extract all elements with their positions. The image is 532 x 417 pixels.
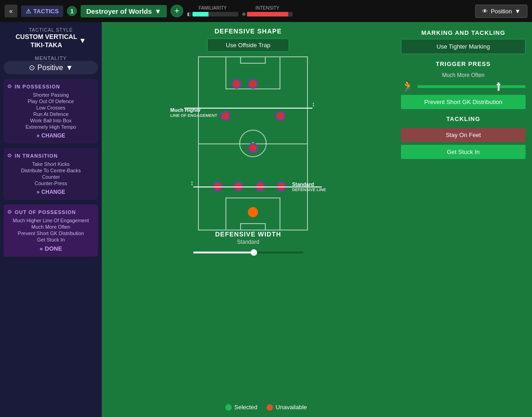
intensity-fill <box>247 12 288 16</box>
list-item: Play Out Of Defence <box>28 99 74 104</box>
tactics-text: TACTICS <box>33 8 59 15</box>
trigger-press-section: TRIGGER PRESS Much More Often 🏃 Prevent … <box>401 60 526 109</box>
trigger-track <box>417 85 526 88</box>
out-of-possession-items: Much Higher Line Of Engagement Much More… <box>7 218 94 242</box>
intensity-bar <box>247 12 293 16</box>
marking-tackling-section: MARKING AND TACKLING Use Tighter Marking <box>401 29 526 54</box>
mentality-value: Positive <box>38 64 63 72</box>
list-item: Low Crosses <box>36 105 66 110</box>
def-arrow: ↕ <box>191 179 194 187</box>
list-item: Work Ball Into Box <box>30 118 71 123</box>
familiarity-bar <box>192 12 238 16</box>
out-possession-icon: ⊙ <box>7 209 12 215</box>
in-possession-change-button[interactable]: » CHANGE <box>7 132 94 139</box>
chevron-mentality-icon: ▼ <box>66 64 73 72</box>
out-of-possession-section: ⊙ OUT OF POSSESSION Much Higher Line Of … <box>4 204 98 257</box>
warning-icon: ⚠ <box>26 8 31 15</box>
player-dot <box>220 111 230 121</box>
mentality-section: MENTALITY ⊙ Positive ▼ <box>4 54 98 74</box>
list-item: Much Higher Line Of Engagement <box>13 218 89 223</box>
done-label: DONE <box>45 245 62 252</box>
in-transition-title: IN TRANSITION <box>15 153 58 159</box>
tactic-name-button[interactable]: Destroyer of Worlds ▼ <box>81 5 167 17</box>
out-possession-title: OUT OF POSSESSION <box>15 209 76 215</box>
runner-icon: 🏃 <box>401 80 415 93</box>
change-label: CHANGE <box>41 132 65 139</box>
list-item: Extremely High Tempo <box>26 124 76 130</box>
list-item: Prevent Short GK Distribution <box>18 230 84 236</box>
done-button[interactable]: « DONE <box>7 245 94 252</box>
stay-on-feet-button[interactable]: Stay On Feet <box>401 128 526 142</box>
tactical-style-section: TACTICAL STYLE CUSTOM VERTICAL TIKI-TAKA… <box>4 27 98 49</box>
tackling-section: TACKLING Stay On Feet Get Stuck In <box>401 115 526 159</box>
player-dot <box>275 111 285 121</box>
player-dot <box>248 143 258 153</box>
tactical-style-name: CUSTOM VERTICAL TIKI-TAKA <box>16 33 77 49</box>
main-layout: TACTICAL STYLE CUSTOM VERTICAL TIKI-TAKA… <box>0 22 532 417</box>
back-button[interactable]: « <box>5 5 17 17</box>
trigger-press-title: TRIGGER PRESS <box>401 60 526 67</box>
bottom-goal <box>240 223 266 230</box>
goalkeeper-dot <box>248 207 258 217</box>
legend-bar: Selected Unavailable <box>225 404 307 411</box>
legend-selected: Selected <box>225 404 258 411</box>
list-item: Shorter Passing <box>33 92 69 98</box>
selected-label: Selected <box>234 404 258 411</box>
in-possession-items: Shorter Passing Play Out Of Defence Low … <box>7 92 94 130</box>
in-possession-title: IN POSSESSION <box>15 84 60 89</box>
possession-icon: ⊙ <box>7 83 12 89</box>
prevent-distribution-button[interactable]: Prevent Short GK Distribution <box>401 95 526 109</box>
familiarity-icon: ◧ <box>187 11 191 16</box>
chevrons-icon: » <box>37 132 40 139</box>
tactics-label: ⚠ TACTICS <box>21 5 63 17</box>
eye-icon: 👁 <box>482 8 488 15</box>
pitch-wrapper: Much Higher LINE OF ENGAGEMENT Standard … <box>170 56 326 235</box>
center-area: DEFENSIVE SHAPE Use Offside Trap Much Hi… <box>102 22 395 417</box>
sidebar: TACTICAL STYLE CUSTOM VERTICAL TIKI-TAKA… <box>0 22 102 417</box>
list-item: Counter <box>42 174 60 180</box>
list-item: Take Short Kicks <box>32 161 70 167</box>
top-bar: « ⚠ TACTICS 1 Destroyer of Worlds ▼ + FA… <box>0 0 532 22</box>
selected-dot <box>225 404 231 411</box>
pitch: ↕ ↕ <box>198 56 308 230</box>
defensive-shape-title: DEFENSIVE SHAPE <box>214 27 281 35</box>
chevrons-icon2: » <box>37 189 40 195</box>
out-of-possession-header: ⊙ OUT OF POSSESSION <box>7 209 94 215</box>
tackling-title: TACKLING <box>401 115 526 122</box>
change2-label: CHANGE <box>41 189 65 195</box>
offside-trap-button[interactable]: Use Offside Trap <box>207 38 289 52</box>
tactic-number: 1 <box>67 6 77 16</box>
player-dot <box>248 79 258 89</box>
tighter-marking-button[interactable]: Use Tighter Marking <box>401 39 526 54</box>
loe-arrow: ↕ <box>312 100 315 108</box>
familiarity-label: FAMILIARITY <box>199 5 227 11</box>
transition-icon: ⊙ <box>7 153 12 159</box>
list-item: Run At Defence <box>33 111 68 117</box>
chevron-down-icon-pos: ▼ <box>515 8 521 15</box>
right-panel: MARKING AND TACKLING Use Tighter Marking… <box>395 22 532 417</box>
width-thumb[interactable] <box>251 249 257 256</box>
unavailable-label: Unavailable <box>276 404 307 411</box>
position-button[interactable]: 👁 Position ▼ <box>475 5 527 18</box>
list-item: Counter-Press <box>35 181 67 186</box>
player-dot <box>231 79 241 89</box>
trigger-thumb[interactable] <box>498 82 499 91</box>
mentality-label: MENTALITY <box>4 55 98 61</box>
mentality-select[interactable]: ⊙ Positive ▼ <box>4 61 98 74</box>
list-item: Distribute To Centre-Backs <box>21 168 81 173</box>
top-goal <box>240 57 266 64</box>
legend-unavailable: Unavailable <box>267 404 307 411</box>
mentality-icon: ⊙ <box>29 63 35 72</box>
in-transition-change-button[interactable]: » CHANGE <box>7 189 94 195</box>
trigger-slider-row: 🏃 <box>401 80 526 93</box>
intensity-icon: ⊕ <box>242 11 246 16</box>
list-item: Much More Often <box>32 224 71 230</box>
add-tactic-button[interactable]: + <box>170 5 183 17</box>
get-stuck-in-button[interactable]: Get Stuck In <box>401 145 526 159</box>
in-transition-header: ⊙ IN TRANSITION <box>7 153 94 159</box>
defensive-width-value: Standard <box>193 239 303 245</box>
tactical-style-label: TACTICAL STYLE <box>4 27 98 33</box>
chevron-down-icon: ▼ <box>154 7 161 15</box>
width-slider[interactable] <box>193 248 303 257</box>
in-possession-section: ⊙ IN POSSESSION Shorter Passing Play Out… <box>4 79 98 143</box>
